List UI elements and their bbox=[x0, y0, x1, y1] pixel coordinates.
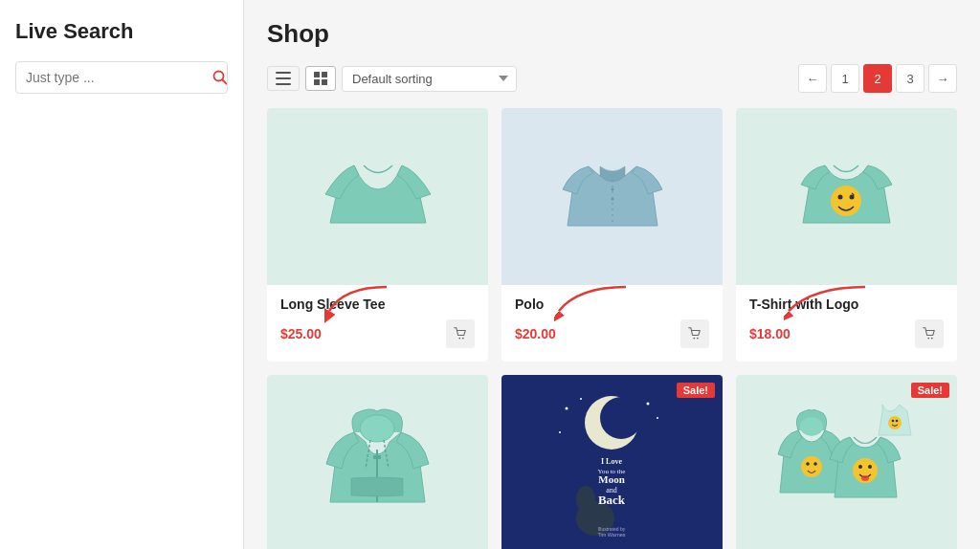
sort-select[interactable]: Default sorting Sort by popularity Sort … bbox=[342, 66, 517, 92]
product-info-tshirt-logo: T-Shirt with Logo $18.00 bbox=[736, 285, 957, 362]
svg-text:I Love: I Love bbox=[601, 457, 622, 466]
svg-point-47 bbox=[801, 456, 822, 477]
add-to-cart-long-sleeve-tee[interactable] bbox=[446, 319, 475, 348]
svg-rect-2 bbox=[276, 72, 291, 74]
toolbar: Default sorting Sort by popularity Sort … bbox=[267, 64, 957, 93]
svg-rect-3 bbox=[276, 77, 291, 79]
product-price-polo: $20.00 bbox=[515, 326, 556, 341]
svg-point-19 bbox=[838, 195, 843, 200]
list-view-button[interactable] bbox=[267, 66, 300, 91]
product-info-long-sleeve-tee: Long Sleeve Tee $25.00 bbox=[267, 285, 488, 362]
products-grid: Long Sleeve Tee $25.00 bbox=[267, 108, 957, 549]
sidebar: Live Search bbox=[0, 0, 244, 549]
product-card-long-sleeve-tee: Long Sleeve Tee $25.00 bbox=[267, 108, 488, 362]
svg-point-11 bbox=[462, 338, 464, 340]
search-icon bbox=[212, 70, 228, 85]
svg-point-22 bbox=[927, 338, 929, 340]
product-card-tshirt-logo: T-Shirt with Logo $18.00 bbox=[736, 108, 957, 362]
svg-point-55 bbox=[892, 419, 895, 422]
product-image-long-sleeve-tee bbox=[267, 108, 488, 285]
product-image-logo-collection: Sale! bbox=[736, 375, 957, 549]
svg-text:Back: Back bbox=[598, 493, 626, 507]
grid-view-button[interactable] bbox=[305, 66, 336, 91]
svg-rect-6 bbox=[322, 72, 327, 77]
product-image-polo bbox=[501, 108, 723, 285]
svg-point-33 bbox=[580, 398, 582, 400]
svg-point-54 bbox=[888, 416, 902, 429]
svg-point-17 bbox=[697, 338, 699, 340]
svg-point-10 bbox=[458, 338, 460, 340]
logo-collection-image bbox=[777, 402, 916, 526]
svg-point-16 bbox=[693, 338, 695, 340]
cart-icon-polo bbox=[688, 327, 702, 340]
svg-point-14 bbox=[611, 197, 613, 200]
svg-point-13 bbox=[611, 187, 613, 190]
page-title: Shop bbox=[267, 19, 957, 49]
product-price-tshirt-logo: $18.00 bbox=[749, 326, 791, 341]
product-name-polo: Polo bbox=[515, 296, 709, 312]
svg-text:Moon: Moon bbox=[598, 473, 625, 485]
page-1-button[interactable]: 1 bbox=[831, 64, 859, 93]
polo-image bbox=[560, 140, 665, 254]
book-image: I Love You to the Moon and Back Illustra… bbox=[552, 389, 672, 538]
product-footer-tshirt-logo: $18.00 bbox=[749, 319, 944, 348]
svg-point-46 bbox=[800, 417, 823, 436]
svg-point-48 bbox=[806, 462, 810, 466]
product-image-book: Sale! I Love bbox=[501, 375, 723, 549]
product-name-tshirt-logo: T-Shirt with Logo bbox=[749, 296, 944, 312]
grid-icon bbox=[314, 72, 327, 85]
sale-badge-book: Sale! bbox=[677, 383, 715, 398]
svg-rect-5 bbox=[314, 72, 320, 77]
svg-point-53 bbox=[861, 475, 869, 481]
product-info-polo: Polo $20.00 bbox=[501, 285, 723, 362]
product-card-book: Sale! I Love bbox=[501, 375, 723, 549]
cart-icon-tshirt bbox=[923, 327, 936, 340]
product-name-long-sleeve-tee: Long Sleeve Tee bbox=[280, 296, 475, 312]
svg-point-18 bbox=[831, 186, 861, 216]
tshirt-logo-image bbox=[791, 142, 902, 252]
page-2-button[interactable]: 2 bbox=[863, 64, 892, 93]
product-image-tshirt-logo bbox=[736, 108, 957, 285]
pagination: ← 1 2 3 → bbox=[798, 64, 957, 93]
svg-rect-26 bbox=[373, 455, 381, 459]
svg-text:Tim Warnes: Tim Warnes bbox=[597, 532, 625, 538]
sale-badge-logo-collection: Sale! bbox=[911, 383, 949, 398]
add-to-cart-polo[interactable] bbox=[680, 319, 709, 348]
svg-point-31 bbox=[600, 397, 642, 439]
add-to-cart-tshirt-logo[interactable] bbox=[915, 319, 944, 348]
next-page-button[interactable]: → bbox=[928, 64, 957, 93]
svg-point-24 bbox=[360, 415, 394, 442]
svg-point-56 bbox=[896, 419, 899, 422]
sidebar-title: Live Search bbox=[15, 19, 228, 44]
main-content: Shop Default sorting Sor bbox=[244, 0, 980, 549]
product-footer-polo: $20.00 bbox=[515, 319, 709, 348]
product-image-hoodie bbox=[267, 375, 488, 549]
svg-point-34 bbox=[647, 403, 650, 406]
product-card-hoodie: Hoodie with Zipper bbox=[267, 375, 488, 549]
prev-page-button[interactable]: ← bbox=[798, 64, 827, 93]
page-3-button[interactable]: 3 bbox=[896, 64, 924, 93]
svg-point-38 bbox=[576, 486, 595, 513]
svg-point-35 bbox=[657, 417, 658, 419]
list-icon bbox=[276, 72, 291, 85]
svg-point-52 bbox=[868, 465, 872, 469]
product-card-polo: Polo $20.00 bbox=[501, 108, 723, 362]
svg-point-32 bbox=[566, 407, 568, 410]
product-footer-long-sleeve-tee: $25.00 bbox=[280, 319, 475, 348]
svg-rect-4 bbox=[276, 83, 291, 85]
product-card-logo-collection: Sale! bbox=[736, 375, 957, 549]
cart-icon bbox=[454, 327, 467, 340]
search-input[interactable] bbox=[16, 62, 203, 93]
svg-point-36 bbox=[559, 431, 561, 433]
svg-point-51 bbox=[858, 465, 862, 469]
product-price-long-sleeve-tee: $25.00 bbox=[280, 326, 322, 341]
svg-rect-8 bbox=[322, 79, 327, 85]
search-box bbox=[15, 61, 228, 94]
toolbar-left: Default sorting Sort by popularity Sort … bbox=[267, 66, 517, 92]
svg-rect-7 bbox=[314, 79, 320, 85]
svg-point-49 bbox=[813, 462, 817, 466]
svg-point-23 bbox=[931, 338, 933, 340]
search-button[interactable] bbox=[203, 64, 228, 91]
hoodie-image bbox=[323, 402, 433, 526]
svg-line-1 bbox=[223, 80, 227, 84]
